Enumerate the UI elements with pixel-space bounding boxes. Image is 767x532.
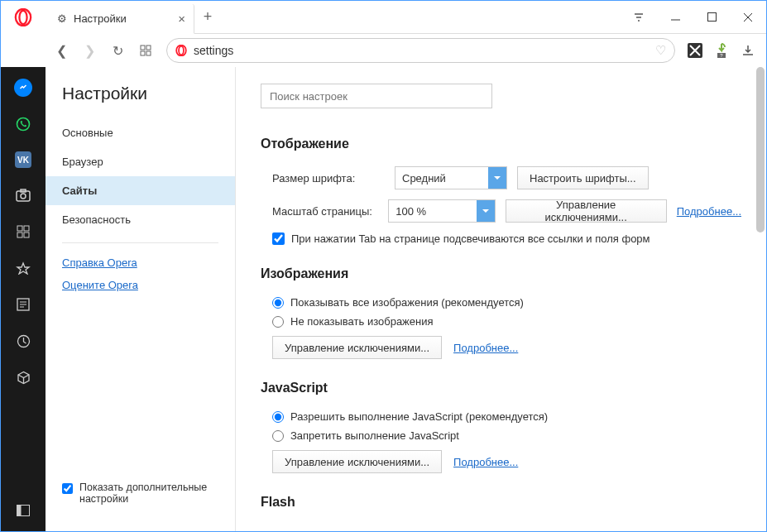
- close-window-button[interactable]: [730, 1, 766, 33]
- svg-rect-23: [17, 506, 22, 516]
- speeddial-rail-icon[interactable]: [14, 223, 32, 241]
- zoom-exceptions-button[interactable]: Управление исключениями...: [506, 199, 667, 223]
- news-rail-icon[interactable]: [14, 295, 32, 314]
- tab-highlight-checkbox[interactable]: При нажатии Tab на странице подсвечивают…: [261, 232, 741, 245]
- gear-icon: ⚙: [57, 12, 67, 25]
- history-rail-icon[interactable]: [14, 332, 32, 350]
- svg-rect-13: [17, 191, 30, 201]
- tab-title: Настройки: [74, 12, 127, 25]
- section-images-heading: Изображения: [261, 266, 741, 281]
- svg-point-8: [179, 46, 184, 55]
- svg-rect-2: [707, 13, 716, 22]
- svg-point-12: [17, 118, 30, 131]
- easy-setup-icon[interactable]: [621, 1, 657, 33]
- js-learn-more-link[interactable]: Подробнее...: [453, 456, 518, 468]
- images-exceptions-button[interactable]: Управление исключениями...: [272, 336, 442, 359]
- sidebar-title: Настройки: [46, 84, 235, 118]
- sidebar-item-browser[interactable]: Браузер: [46, 147, 235, 176]
- images-learn-more-link[interactable]: Подробнее...: [453, 342, 518, 354]
- settings-content: Отображение Размер шрифта: Средний Настр…: [236, 67, 766, 531]
- show-advanced-input[interactable]: [62, 483, 73, 494]
- extensions-rail-icon[interactable]: [14, 368, 32, 386]
- sidebar-item-privacy[interactable]: Безопасность: [46, 205, 235, 234]
- section-js-heading: JavaScript: [261, 381, 741, 395]
- settings-search-input[interactable]: [261, 84, 492, 108]
- site-info-icon[interactable]: [175, 45, 187, 56]
- sidebar-toggle-icon[interactable]: [14, 501, 32, 520]
- customize-fonts-button[interactable]: Настроить шрифты...: [517, 166, 649, 189]
- address-input[interactable]: [194, 44, 649, 57]
- svg-rect-4: [146, 46, 151, 50]
- svg-rect-17: [24, 226, 29, 231]
- svg-point-14: [21, 194, 26, 199]
- sidebar-item-basic[interactable]: Основные: [46, 118, 235, 147]
- js-exceptions-button[interactable]: Управление исключениями...: [272, 450, 442, 473]
- vk-icon[interactable]: VK: [15, 151, 31, 168]
- js-allow-radio[interactable]: Разрешить выполнение JavaScript (рекомен…: [261, 410, 741, 423]
- images-hide-radio[interactable]: Не показывать изображения: [261, 315, 741, 328]
- settings-sidebar: Настройки Основные Браузер Сайты Безопас…: [46, 67, 236, 531]
- scrollbar[interactable]: [756, 67, 765, 497]
- svg-rect-6: [146, 51, 151, 55]
- zoom-learn-more-link[interactable]: Подробнее...: [677, 205, 741, 218]
- back-button[interactable]: ❮: [49, 38, 74, 63]
- js-block-radio[interactable]: Запретить выполнение JavaScript: [261, 429, 741, 442]
- messenger-icon[interactable]: [14, 79, 32, 97]
- section-flash-heading: Flash: [261, 495, 741, 510]
- scrollbar-thumb[interactable]: [756, 67, 765, 232]
- address-bar[interactable]: ♡: [166, 38, 675, 63]
- downloads-icon[interactable]: [736, 39, 760, 62]
- left-rail: VK: [1, 67, 46, 531]
- page-zoom-select[interactable]: 100 %: [388, 199, 495, 223]
- maximize-button[interactable]: [693, 1, 730, 33]
- reload-button[interactable]: ↻: [105, 38, 130, 63]
- new-tab-button[interactable]: +: [194, 1, 221, 34]
- sidebar-link-rate[interactable]: Оцените Opera: [62, 279, 138, 291]
- minimize-button[interactable]: [657, 1, 693, 33]
- show-advanced-checkbox[interactable]: Показать дополнительные настройки: [46, 472, 235, 515]
- svg-rect-16: [17, 226, 22, 231]
- font-size-select[interactable]: Средний: [395, 166, 507, 189]
- extension-savefrom-icon[interactable]: ?: [710, 39, 733, 62]
- images-show-radio[interactable]: Показывать все изображения (рекомендуетс…: [261, 296, 741, 309]
- svg-rect-18: [17, 232, 22, 237]
- font-size-label: Размер шрифта:: [272, 172, 385, 185]
- snapshot-icon[interactable]: [14, 186, 32, 204]
- page-zoom-label: Масштаб страницы:: [272, 205, 378, 218]
- opera-menu-button[interactable]: [1, 1, 46, 34]
- extension-adblock-icon[interactable]: [683, 39, 707, 62]
- forward-button[interactable]: ❯: [77, 38, 102, 63]
- svg-rect-19: [24, 232, 29, 237]
- whatsapp-icon[interactable]: [14, 115, 32, 133]
- sidebar-item-websites[interactable]: Сайты: [46, 176, 235, 205]
- svg-point-1: [19, 11, 26, 25]
- browser-tab[interactable]: ⚙ Настройки ×: [46, 4, 194, 34]
- svg-point-0: [16, 9, 31, 26]
- speed-dial-button[interactable]: [133, 38, 158, 63]
- close-tab-icon[interactable]: ×: [178, 12, 185, 26]
- bookmarks-rail-icon[interactable]: [14, 259, 32, 277]
- sidebar-link-help[interactable]: Справка Opera: [62, 256, 137, 269]
- bookmark-icon[interactable]: ♡: [655, 43, 666, 58]
- svg-rect-3: [141, 46, 145, 50]
- svg-rect-5: [141, 51, 145, 55]
- section-display-heading: Отображение: [261, 137, 741, 151]
